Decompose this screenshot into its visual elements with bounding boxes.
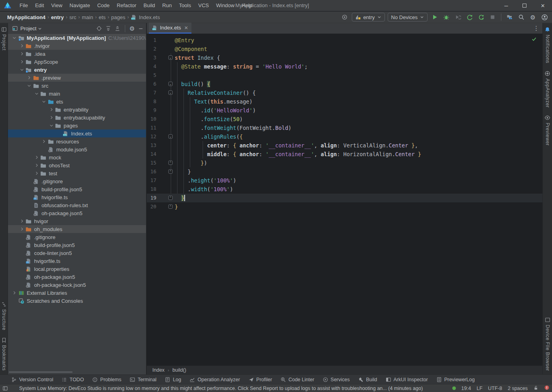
toolwindow-operation-analyzer[interactable]: Operation Analyzer — [189, 377, 240, 382]
tree-item--gitignore[interactable]: .gitignore — [8, 177, 146, 185]
chevron-right-icon[interactable] — [19, 51, 25, 57]
locate-icon[interactable] — [96, 25, 102, 31]
breadcrumb-main[interactable]: main — [82, 14, 93, 20]
menu-code[interactable]: Code — [94, 0, 113, 11]
tree-item-myapplication4[interactable]: MyApplication4[MyApplication]C:\Users\24… — [8, 34, 146, 42]
tree-item-module-json5[interactable]: module.json5 — [8, 145, 146, 153]
tool-strip-previewer[interactable]: Previewer — [544, 115, 550, 146]
tree-horizontal-scrollbar[interactable] — [9, 371, 73, 373]
toolwindow-build[interactable]: Build — [358, 377, 377, 382]
breadcrumb-entry[interactable]: entry — [51, 14, 64, 20]
chevron-down-icon[interactable] — [11, 35, 18, 41]
close-button[interactable]: ✕ — [534, 0, 552, 11]
tab-index-ets[interactable]: ETS Index.ets ✕ — [149, 23, 191, 33]
toolwindow-code-linter[interactable]: Code Linter — [280, 377, 314, 382]
chevron-right-icon[interactable] — [19, 218, 25, 224]
toolwindow-problems[interactable]: Problems — [92, 377, 121, 382]
chevron-down-icon[interactable] — [26, 82, 32, 89]
toolwindow-todo[interactable]: TODO — [61, 377, 84, 382]
chevron-right-icon[interactable] — [34, 170, 40, 176]
tree-item-resources[interactable]: resources — [8, 137, 146, 145]
fold-collapse-icon[interactable]: ⌄ — [168, 55, 173, 60]
code-line-11[interactable]: 11 .fontWeight(FontWeight.Bold) — [147, 123, 542, 132]
tree-item-ets[interactable]: ets — [8, 98, 146, 106]
layout-icon[interactable] — [2, 386, 8, 391]
breadcrumb-src[interactable]: src — [69, 14, 76, 20]
fold-end-icon[interactable]: ⌃ — [168, 196, 173, 200]
indent-setting[interactable]: 2 spaces — [508, 386, 528, 391]
tree-item-appscope[interactable]: AppScope — [8, 58, 146, 66]
settings-icon[interactable]: ⚙ — [130, 25, 135, 31]
tree-item-local-properties[interactable]: local.properties — [8, 265, 146, 273]
menu-run[interactable]: Run — [159, 0, 175, 11]
tool-strip-appanalyzer[interactable]: AppAnalyzer — [544, 71, 550, 108]
tree-item--gitignore[interactable]: .gitignore — [8, 233, 146, 241]
tree-item-oh-package-json5[interactable]: oh-package.json5 — [8, 209, 146, 217]
menu-vcs[interactable]: VCS — [195, 0, 213, 11]
code-line-15[interactable]: 15⌃ }) — [147, 159, 542, 167]
search-icon[interactable] — [517, 13, 526, 22]
line-ending[interactable]: LF — [477, 386, 483, 391]
toolwindow-version-control[interactable]: Version Control — [11, 377, 53, 382]
code-line-14[interactable]: 14 middle: { anchor: '__container__', al… — [147, 150, 542, 159]
fold-collapse-icon[interactable]: ⌄ — [168, 134, 173, 139]
hot-reload-button[interactable] — [477, 13, 485, 22]
tree-item-hvigorfile-ts[interactable]: TShvigorfile.ts — [8, 257, 146, 265]
toolwindow-services[interactable]: Services — [323, 377, 350, 382]
fold-collapse-icon[interactable]: ⌄ — [168, 82, 173, 86]
toolwindow-profiler[interactable]: Profiler — [248, 377, 272, 382]
tree-item-scratches-and-consoles[interactable]: Scratches and Consoles — [8, 297, 146, 305]
code-line-18[interactable]: 18 .width('100%') — [147, 185, 542, 194]
breadcrumb-index-ets[interactable]: Index.ets — [139, 14, 160, 20]
chevron-right-icon[interactable] — [48, 114, 55, 121]
code-line-7[interactable]: 7⌄ RelativeContainer() { — [147, 88, 542, 97]
code-editor[interactable]: 1@Entry2@Component3⌄struct Index {4 @Sta… — [147, 34, 542, 366]
chevron-down-icon[interactable] — [48, 122, 55, 129]
chevron-right-icon[interactable] — [19, 43, 25, 49]
minimize-button[interactable]: ─ — [497, 0, 515, 11]
code-line-3[interactable]: 3⌄struct Index { — [147, 53, 542, 62]
module-selector[interactable]: entry — [352, 13, 385, 22]
toolwindow-log[interactable]: Log — [165, 377, 181, 382]
tree-item-obfuscation-rules-txt[interactable]: obfuscation-rules.txt — [8, 201, 146, 209]
tree-item-main[interactable]: main — [8, 90, 146, 98]
tree-item-index-ets[interactable]: ETSIndex.ets — [8, 129, 146, 137]
tree-item-src[interactable]: src — [8, 82, 146, 90]
restart-app-button[interactable] — [465, 13, 474, 22]
fold-collapse-icon[interactable]: ⌄ — [168, 90, 173, 95]
tree-item-build-profile-json5[interactable]: build-profile.json5 — [8, 241, 146, 249]
code-line-6[interactable]: 6⌄ build() { — [147, 80, 542, 88]
code-line-10[interactable]: 10 .fontSize(50) — [147, 115, 542, 123]
code-line-4[interactable]: 4 @State message: string = 'Hello World'… — [147, 62, 542, 71]
tool-strip-notifications[interactable]: Notifications — [544, 27, 550, 63]
chevron-down-icon[interactable] — [19, 67, 25, 73]
more-icon[interactable]: ⋮ — [533, 25, 539, 32]
code-line-5[interactable]: 5 — [147, 71, 542, 80]
toolwindow-previewerlog[interactable]: PreviewerLog — [436, 377, 475, 382]
code-line-1[interactable]: 1@Entry — [147, 36, 542, 45]
hide-icon[interactable] — [138, 26, 144, 31]
close-icon[interactable]: ✕ — [184, 25, 188, 31]
chevron-down-icon[interactable] — [38, 27, 42, 31]
menu-refactor[interactable]: Refactor — [113, 0, 140, 11]
fold-end-icon[interactable]: ⌃ — [168, 169, 173, 174]
tree-item-code-linter-json5[interactable]: code-linter.json5 — [8, 249, 146, 257]
maximize-button[interactable] — [515, 0, 534, 11]
tree-item--idea[interactable]: .idea — [8, 50, 146, 58]
device-selector[interactable]: No Devices — [388, 13, 428, 22]
chevron-right-icon[interactable] — [48, 106, 55, 113]
tree-item-ohostest[interactable]: ohosTest — [8, 161, 146, 169]
tool-strip-device-file-browser[interactable]: Device File Browser — [545, 317, 550, 371]
chevron-right-icon[interactable] — [19, 226, 25, 232]
chevron-right-icon[interactable] — [11, 290, 18, 296]
tree-item-mock[interactable]: mock — [8, 153, 146, 161]
chevron-right-icon[interactable] — [34, 162, 40, 169]
file-encoding[interactable]: UTF-8 — [488, 386, 502, 391]
collapse-all-icon[interactable] — [114, 25, 120, 31]
chevron-right-icon[interactable] — [19, 59, 25, 65]
target-icon[interactable] — [340, 13, 349, 22]
toolwindow-arkui-inspector[interactable]: ArkUI Inspector — [386, 377, 428, 382]
tree-item-oh-package-json5[interactable]: oh-package.json5 — [8, 273, 146, 281]
error-badge-icon[interactable] — [544, 385, 550, 392]
tree-item-build-profile-json5[interactable]: build-profile.json5 — [8, 185, 146, 193]
